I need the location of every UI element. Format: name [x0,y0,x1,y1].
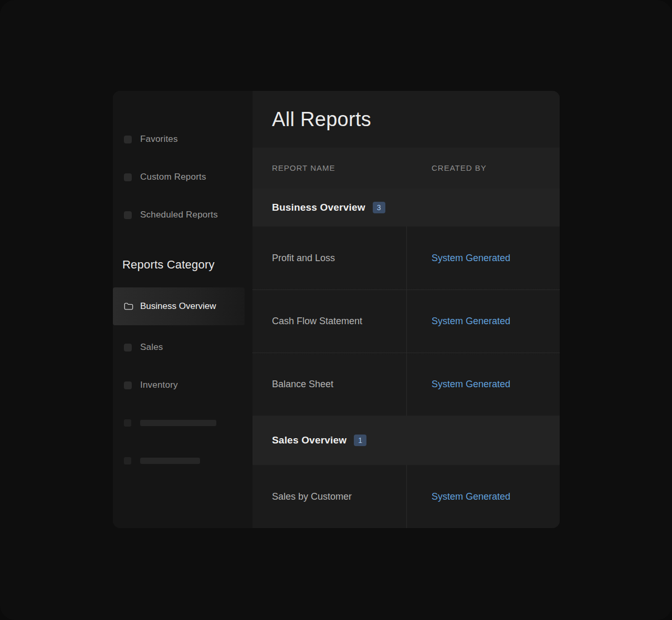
table-row[interactable]: Sales by Customer System Generated [253,465,560,528]
table-row[interactable]: Profit and Loss System Generated [253,226,560,290]
sidebar-category-label: Inventory [140,380,178,390]
folder-icon [124,302,133,311]
table-row[interactable]: Cash Flow Statement System Generated [253,290,560,353]
group-count-badge: 3 [373,202,385,213]
skeleton-bar [140,458,200,464]
report-name[interactable]: Sales by Customer [253,465,407,528]
sidebar-item-label: Custom Reports [140,172,206,182]
sidebar-item-label: Favorites [140,134,178,144]
reports-panel: Favorites Custom Reports Scheduled Repor… [113,91,560,528]
sidebar-item-label: Scheduled Reports [140,210,218,220]
created-by-link[interactable]: System Generated [432,491,510,502]
sidebar-section-title: Reports Category [113,258,253,272]
sidebar-item-favorites[interactable]: Favorites [113,133,253,146]
sidebar-category-inventory[interactable]: Inventory [113,379,253,391]
skeleton-icon [124,457,131,464]
column-header-created-by: CREATED BY [432,163,487,172]
main-content: All Reports REPORT NAME CREATED BY Busin… [253,91,560,528]
custom-reports-icon [124,173,132,181]
group-name: Sales Overview [272,435,346,446]
sidebar-item-scheduled-reports[interactable]: Scheduled Reports [113,209,253,221]
group-count-badge: 1 [354,435,366,446]
group-row-business-overview: Business Overview 3 [253,189,560,226]
sales-icon [124,344,132,352]
app-background: Favorites Custom Reports Scheduled Repor… [0,0,672,620]
sidebar-item-custom-reports[interactable]: Custom Reports [113,171,253,183]
inventory-icon [124,381,132,389]
table-header-row: REPORT NAME CREATED BY [253,148,560,189]
created-by-link[interactable]: System Generated [432,316,510,327]
table-row[interactable]: Balance Sheet System Generated [253,353,560,416]
report-name[interactable]: Balance Sheet [253,353,407,416]
column-header-report-name: REPORT NAME [272,163,335,172]
report-name[interactable]: Cash Flow Statement [253,290,407,353]
sidebar: Favorites Custom Reports Scheduled Repor… [113,91,253,528]
skeleton-row [113,454,253,467]
created-by-link[interactable]: System Generated [432,379,510,390]
report-name[interactable]: Profit and Loss [253,226,407,290]
scheduled-reports-icon [124,211,132,219]
main-header: All Reports [253,91,560,148]
skeleton-row [113,417,253,429]
group-row-sales-overview: Sales Overview 1 [253,416,560,465]
sidebar-category-label: Business Overview [140,301,216,312]
skeleton-icon [124,419,131,427]
skeleton-bar [140,420,216,426]
page-title: All Reports [272,108,371,131]
sidebar-category-label: Sales [140,342,163,353]
sidebar-category-sales[interactable]: Sales [113,341,253,354]
favorites-icon [124,136,132,143]
created-by-link[interactable]: System Generated [432,253,510,264]
group-name: Business Overview [272,202,365,213]
sidebar-category-business-overview[interactable]: Business Overview [113,287,245,325]
